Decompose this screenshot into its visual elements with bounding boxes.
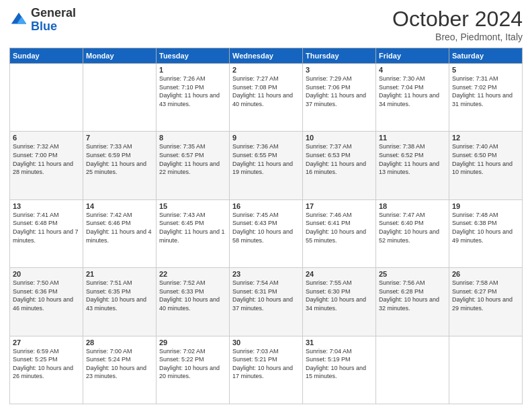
day-cell: 4Sunrise: 7:30 AMSunset: 7:04 PMDaylight… (376, 64, 449, 132)
sunset-text: Sunset: 7:02 PM (452, 83, 519, 92)
day-cell: 10Sunrise: 7:37 AMSunset: 6:53 PMDayligh… (303, 132, 376, 199)
day-cell: 19Sunrise: 7:48 AMSunset: 6:38 PMDayligh… (449, 199, 523, 267)
day-info: Sunrise: 7:51 AMSunset: 6:35 PMDaylight:… (86, 279, 153, 312)
day-cell: 21Sunrise: 7:51 AMSunset: 6:35 PMDayligh… (83, 268, 157, 336)
sunrise-text: Sunrise: 7:30 AM (379, 75, 446, 83)
day-number: 18 (379, 202, 446, 210)
sunrise-text: Sunrise: 7:26 AM (159, 75, 226, 83)
day-cell: 7Sunrise: 7:33 AMSunset: 6:59 PMDaylight… (83, 132, 157, 199)
sunrise-text: Sunrise: 7:52 AM (159, 279, 226, 287)
day-cell: 2Sunrise: 7:27 AMSunset: 7:08 PMDaylight… (230, 64, 303, 132)
sunrise-text: Sunrise: 7:36 AM (232, 142, 300, 151)
day-info: Sunrise: 7:50 AMSunset: 6:36 PMDaylight:… (13, 279, 80, 312)
sunset-text: Sunset: 5:22 PM (159, 355, 226, 364)
daylight-text: Daylight: 11 hours and 10 minutes. (452, 160, 519, 177)
sunset-text: Sunset: 7:08 PM (232, 83, 300, 92)
day-cell (449, 336, 523, 404)
day-cell: 15Sunrise: 7:43 AMSunset: 6:45 PMDayligh… (157, 199, 230, 267)
daylight-text: Daylight: 10 hours and 32 minutes. (379, 295, 446, 312)
sunset-text: Sunset: 6:48 PM (13, 219, 80, 228)
day-number: 27 (13, 338, 80, 347)
day-info: Sunrise: 7:56 AMSunset: 6:28 PMDaylight:… (379, 279, 446, 312)
daylight-text: Daylight: 10 hours and 29 minutes. (452, 295, 519, 312)
day-info: Sunrise: 7:00 AMSunset: 5:24 PMDaylight:… (86, 347, 153, 381)
sunset-text: Sunset: 5:24 PM (86, 355, 153, 364)
day-info: Sunrise: 7:38 AMSunset: 6:52 PMDaylight:… (379, 142, 446, 176)
day-number: 24 (306, 270, 373, 278)
daylight-text: Daylight: 10 hours and 37 minutes. (232, 295, 300, 312)
sunrise-text: Sunrise: 7:55 AM (306, 279, 373, 287)
sunset-text: Sunset: 7:00 PM (13, 151, 80, 160)
daylight-text: Daylight: 11 hours and 43 minutes. (159, 91, 226, 108)
sunrise-text: Sunrise: 7:31 AM (452, 75, 519, 83)
sunrise-text: Sunrise: 7:29 AM (306, 75, 373, 83)
title-block: October 2024 Breo, Piedmont, Italy (392, 7, 523, 42)
day-info: Sunrise: 7:32 AMSunset: 7:00 PMDaylight:… (13, 142, 80, 176)
day-cell: 22Sunrise: 7:52 AMSunset: 6:33 PMDayligh… (157, 268, 230, 336)
day-number: 5 (452, 66, 519, 74)
day-number: 17 (306, 202, 373, 210)
sunrise-text: Sunrise: 7:50 AM (13, 279, 80, 287)
day-cell: 13Sunrise: 7:41 AMSunset: 6:48 PMDayligh… (10, 199, 83, 267)
day-cell: 31Sunrise: 7:04 AMSunset: 5:19 PMDayligh… (303, 336, 376, 404)
day-number: 12 (452, 134, 519, 142)
day-cell (83, 64, 157, 132)
day-number: 21 (86, 270, 153, 278)
weekday-header-monday: Monday (83, 48, 157, 64)
day-info: Sunrise: 7:27 AMSunset: 7:08 PMDaylight:… (232, 75, 300, 108)
day-number: 15 (159, 202, 226, 210)
day-number: 20 (13, 270, 80, 278)
week-row-1: 1Sunrise: 7:26 AMSunset: 7:10 PMDaylight… (10, 64, 523, 132)
sunset-text: Sunset: 6:52 PM (379, 151, 446, 160)
day-info: Sunrise: 7:41 AMSunset: 6:48 PMDaylight:… (13, 211, 80, 244)
daylight-text: Daylight: 11 hours and 40 minutes. (232, 91, 300, 108)
daylight-text: Daylight: 11 hours and 34 minutes. (379, 91, 446, 108)
daylight-text: Daylight: 10 hours and 26 minutes. (13, 364, 80, 381)
sunrise-text: Sunrise: 7:41 AM (13, 211, 80, 220)
sunset-text: Sunset: 6:31 PM (232, 287, 300, 296)
daylight-text: Daylight: 10 hours and 52 minutes. (379, 228, 446, 244)
sunrise-text: Sunrise: 7:51 AM (86, 279, 153, 287)
daylight-text: Daylight: 11 hours and 7 minutes. (13, 228, 80, 244)
sunrise-text: Sunrise: 7:45 AM (232, 211, 300, 220)
daylight-text: Daylight: 11 hours and 22 minutes. (159, 160, 226, 177)
sunrise-text: Sunrise: 6:59 AM (13, 347, 80, 356)
sunset-text: Sunset: 6:33 PM (159, 287, 226, 296)
day-cell (376, 336, 449, 404)
weekday-header-saturday: Saturday (449, 48, 523, 64)
day-number: 22 (159, 270, 226, 278)
day-info: Sunrise: 7:48 AMSunset: 6:38 PMDaylight:… (452, 211, 519, 244)
day-info: Sunrise: 7:31 AMSunset: 7:02 PMDaylight:… (452, 75, 519, 108)
weekday-header-sunday: Sunday (10, 48, 83, 64)
day-number: 4 (379, 66, 446, 74)
day-info: Sunrise: 7:43 AMSunset: 6:45 PMDaylight:… (159, 211, 226, 244)
calendar-table: SundayMondayTuesdayWednesdayThursdayFrid… (9, 48, 523, 404)
day-info: Sunrise: 7:55 AMSunset: 6:30 PMDaylight:… (306, 279, 373, 312)
day-cell: 27Sunrise: 6:59 AMSunset: 5:25 PMDayligh… (10, 336, 83, 404)
day-info: Sunrise: 7:35 AMSunset: 6:57 PMDaylight:… (159, 142, 226, 176)
day-info: Sunrise: 7:29 AMSunset: 7:06 PMDaylight:… (306, 75, 373, 108)
month-title: October 2024 (392, 7, 523, 32)
day-number: 23 (232, 270, 300, 278)
sunset-text: Sunset: 6:57 PM (159, 151, 226, 160)
sunrise-text: Sunrise: 7:33 AM (86, 142, 153, 151)
logo: General Blue (9, 7, 76, 34)
daylight-text: Daylight: 10 hours and 46 minutes. (13, 295, 80, 312)
day-cell: 16Sunrise: 7:45 AMSunset: 6:43 PMDayligh… (230, 199, 303, 267)
sunrise-text: Sunrise: 7:03 AM (232, 347, 300, 356)
sunset-text: Sunset: 6:55 PM (232, 151, 300, 160)
sunset-text: Sunset: 6:43 PM (232, 219, 300, 228)
sunrise-text: Sunrise: 7:37 AM (306, 142, 373, 151)
logo-blue: Blue (31, 19, 57, 33)
weekday-header-thursday: Thursday (303, 48, 376, 64)
sunrise-text: Sunrise: 7:32 AM (13, 142, 80, 151)
day-info: Sunrise: 7:02 AMSunset: 5:22 PMDaylight:… (159, 347, 226, 381)
week-row-4: 20Sunrise: 7:50 AMSunset: 6:36 PMDayligh… (10, 268, 523, 336)
day-info: Sunrise: 7:37 AMSunset: 6:53 PMDaylight:… (306, 142, 373, 176)
day-cell: 28Sunrise: 7:00 AMSunset: 5:24 PMDayligh… (83, 336, 157, 404)
daylight-text: Daylight: 11 hours and 37 minutes. (306, 91, 373, 108)
day-cell: 20Sunrise: 7:50 AMSunset: 6:36 PMDayligh… (10, 268, 83, 336)
sunset-text: Sunset: 6:38 PM (452, 219, 519, 228)
day-number: 30 (232, 338, 300, 347)
day-cell: 14Sunrise: 7:42 AMSunset: 6:46 PMDayligh… (83, 199, 157, 267)
